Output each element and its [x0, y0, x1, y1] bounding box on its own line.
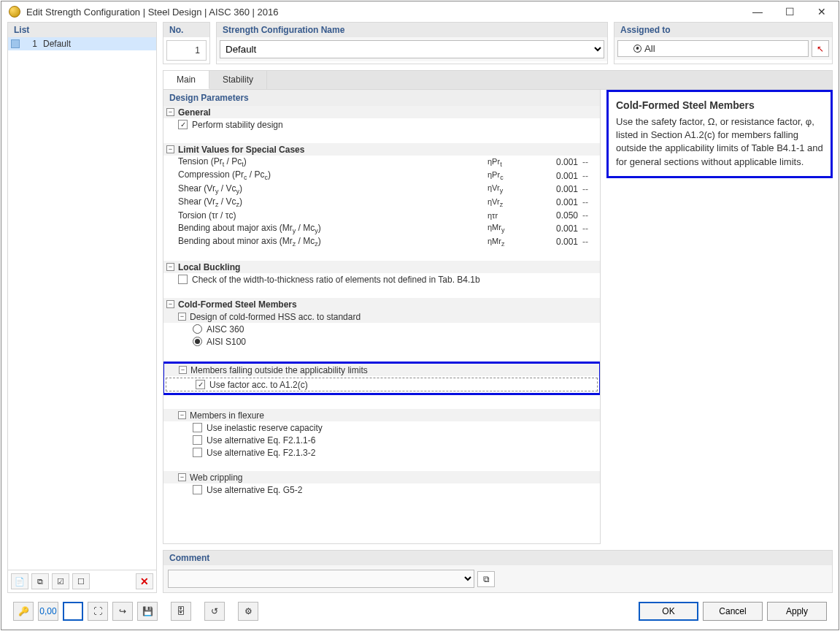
list-item-default[interactable]: 1 Default: [8, 37, 156, 50]
ok-button[interactable]: OK: [639, 602, 698, 621]
info-card: Cold-Formed Steel Members Use the safety…: [606, 90, 833, 178]
new-button[interactable]: 📄: [11, 573, 28, 589]
list-item-label: Default: [43, 39, 71, 49]
tab-main[interactable]: Main: [163, 71, 209, 89]
cancel-button[interactable]: Cancel: [703, 602, 763, 621]
no-value[interactable]: 1: [166, 40, 207, 61]
comment-select[interactable]: [168, 570, 474, 588]
tool-members[interactable]: ⛶: [88, 602, 108, 621]
copy-button[interactable]: ⧉: [31, 573, 49, 589]
name-label: Strength Configuration Name: [217, 23, 607, 37]
collapse-icon[interactable]: −: [166, 263, 174, 271]
list-item-color-icon: [11, 39, 20, 48]
tool-reset[interactable]: ↺: [204, 602, 225, 621]
chk-inelastic-reserve[interactable]: [193, 423, 202, 432]
list-header: List: [8, 23, 156, 37]
chk-width-thickness[interactable]: [178, 275, 188, 284]
limit-symbol: ηPrt: [488, 157, 531, 168]
design-parameters-panel: Design Parameters −General ✓Perform stab…: [163, 90, 601, 544]
label-members-outside: Members falling outside the applicabilit…: [190, 365, 368, 375]
limit-value: 0.001: [531, 237, 582, 247]
name-box: Strength Configuration Name Default: [216, 22, 608, 64]
group-limit-values: Limit Values for Special Cases: [178, 145, 304, 155]
limit-label: Torsion (τr / τc): [178, 210, 488, 221]
chk-alt-f2116[interactable]: [193, 435, 202, 445]
label-aisc-360: AISC 360: [207, 324, 244, 334]
window-title: Edit Strength Configuration | Steel Desi…: [26, 7, 748, 18]
apply-button[interactable]: Apply: [767, 602, 827, 621]
limit-symbol: ηMry: [488, 223, 531, 234]
maximize-button[interactable]: ☐: [780, 6, 799, 18]
limit-row[interactable]: Tension (Prt / Pct)ηPrt0.001--: [163, 156, 600, 169]
label-web-crippling: Web crippling: [190, 473, 242, 483]
tool-grid[interactable]: [63, 602, 83, 621]
tool-export[interactable]: ↪: [112, 602, 133, 621]
limit-label: Compression (Prc / Pcc): [178, 169, 488, 181]
delete-button[interactable]: ✕: [136, 573, 153, 589]
chk-alt-f2132[interactable]: [193, 448, 202, 457]
tool-database[interactable]: 🗄: [171, 602, 191, 621]
group-cold-formed: Cold-Formed Steel Members: [178, 299, 297, 310]
limit-row[interactable]: Compression (Prc / Pcc)ηPrc0.001--: [163, 169, 600, 182]
assigned-box: Assigned to ↖: [614, 22, 833, 64]
limit-row[interactable]: Shear (Vry / Vcy)ηVry0.001--: [163, 183, 600, 196]
collapse-icon[interactable]: −: [178, 411, 186, 419]
radio-aisi-s100[interactable]: [193, 337, 202, 346]
tool-search[interactable]: 🔑: [13, 602, 34, 621]
limit-value: 0.001: [531, 157, 582, 167]
chk-use-factor-a12c[interactable]: ✓: [196, 380, 205, 389]
tabs: Main Stability: [163, 70, 833, 90]
tool-save[interactable]: 💾: [137, 602, 158, 621]
check-all-button[interactable]: ☑: [52, 573, 69, 589]
limit-symbol: ηVrz: [488, 197, 531, 208]
chk-perform-stability[interactable]: ✓: [178, 120, 188, 129]
label-perform-stability: Perform stability design: [192, 120, 283, 130]
collapse-icon[interactable]: −: [166, 300, 174, 308]
radio-aisc-360[interactable]: [193, 324, 202, 334]
limit-row[interactable]: Bending about minor axis (Mrz / Mcz)ηMrz…: [163, 235, 600, 248]
expand-button[interactable]: ☐: [72, 573, 90, 589]
limit-value: 0.001: [531, 184, 582, 194]
limit-unit: --: [582, 171, 597, 181]
chk-alt-g52[interactable]: [193, 485, 202, 494]
assigned-input[interactable]: [617, 40, 809, 57]
collapse-icon[interactable]: −: [178, 473, 186, 481]
limit-row[interactable]: Torsion (τr / τc)ητr0.050--: [163, 210, 600, 222]
minimize-button[interactable]: —: [748, 6, 767, 18]
limit-row[interactable]: Bending about major axis (Mry / Mcy)ηMry…: [163, 222, 600, 235]
limit-value: 0.001: [531, 171, 582, 181]
close-button[interactable]: ✕: [812, 6, 831, 18]
collapse-icon[interactable]: −: [166, 145, 174, 153]
limit-symbol: ητr: [488, 211, 531, 220]
collapse-icon[interactable]: −: [178, 313, 186, 321]
titlebar: Edit Strength Configuration | Steel Desi…: [1, 1, 839, 22]
tool-units[interactable]: 0,00: [38, 602, 58, 621]
limit-label: Bending about major axis (Mry / Mcy): [178, 223, 488, 234]
limit-symbol: ηMrz: [488, 237, 531, 248]
collapse-icon[interactable]: −: [166, 108, 174, 116]
collapse-icon[interactable]: −: [179, 366, 187, 374]
info-body: Use the safety factor, Ω, or resistance …: [616, 115, 823, 169]
assigned-label: Assigned to: [614, 23, 832, 37]
assigned-pick-button[interactable]: ↖: [812, 40, 829, 57]
comment-label: Comment: [163, 551, 832, 565]
tab-stability[interactable]: Stability: [209, 71, 267, 89]
limit-symbol: ηVry: [488, 183, 531, 194]
label-members-flexure: Members in flexure: [190, 410, 264, 421]
label-use-factor-a12c: Use factor acc. to A1.2(c): [209, 380, 308, 390]
limit-label: Shear (Vrz / Vcz): [178, 196, 488, 208]
comment-pick-button[interactable]: ⧉: [477, 571, 495, 587]
tool-settings[interactable]: ⚙: [238, 602, 258, 621]
limit-row[interactable]: Shear (Vrz / Vcz)ηVrz0.001--: [163, 196, 600, 209]
limit-label: Shear (Vry / Vcy): [178, 183, 488, 195]
list-item-number: 1: [24, 39, 37, 49]
bottom-toolbar: 🔑 0,00 ⛶ ↪ 💾 🗄 ↺ ⚙ OK Cancel Apply: [7, 597, 833, 625]
label-alt-g52: Use alternative Eq. G5-2: [207, 485, 302, 495]
name-select[interactable]: Default: [220, 40, 604, 58]
limit-unit: --: [582, 184, 597, 194]
label-design-hss: Design of cold-formed HSS acc. to standa…: [190, 312, 361, 322]
limit-unit: --: [582, 197, 597, 207]
limit-unit: --: [582, 223, 597, 234]
limit-label: Tension (Prt / Pct): [178, 156, 488, 168]
dialog-window: Edit Strength Configuration | Steel Desi…: [1, 1, 839, 630]
